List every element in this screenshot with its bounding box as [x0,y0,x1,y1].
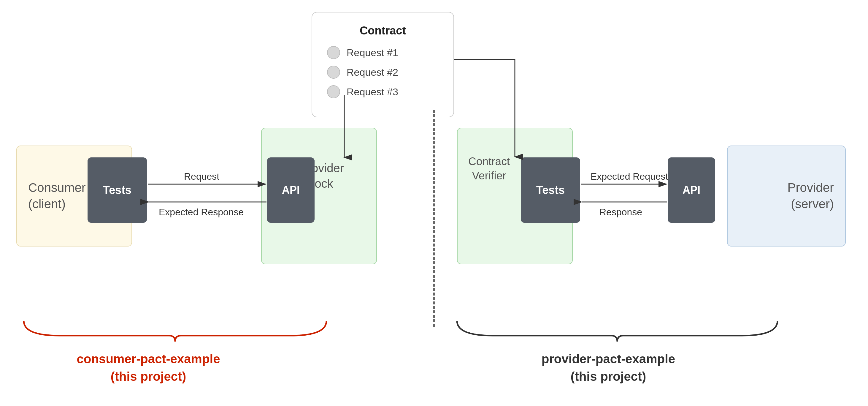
api-box-left: API [267,157,315,223]
contract-verifier-label: Contract Verifier [459,154,519,183]
provider-project-note: (this project) [504,368,712,385]
request-circle-1 [327,46,340,59]
provider-label: Provider (server) [727,146,846,246]
request-label-1: Request #1 [347,47,398,59]
provider-text-line2: (server) [791,196,834,212]
request-item-1: Request #1 [327,46,439,59]
request-item-3: Request #3 [327,85,439,98]
svg-text:Expected Response: Expected Response [159,207,244,218]
request-item-2: Request #2 [327,66,439,79]
dashed-divider [433,110,435,327]
contract-verifier-line2: Verifier [459,169,519,183]
consumer-text-line2: (client) [28,196,66,212]
contract-verifier-line1: Contract [459,154,519,169]
api-box-right: API [668,157,715,223]
consumer-project-name: consumer-pact-example [44,350,252,368]
provider-bracket-label: provider-pact-example (this project) [504,350,712,385]
contract-title: Contract [327,24,439,37]
consumer-project-note: (this project) [44,368,252,385]
provider-project-name: provider-pact-example [504,350,712,368]
request-circle-2 [327,66,340,79]
consumer-bracket-label: consumer-pact-example (this project) [44,350,252,385]
contract-box: Contract Request #1 Request #2 Request #… [312,12,454,117]
request-label-2: Request #2 [347,66,398,78]
request-circle-3 [327,85,340,98]
provider-text-line1: Provider [787,180,834,196]
consumer-text-line1: Consumer [28,180,86,196]
diagram: Contract Request #1 Request #2 Request #… [0,0,868,406]
svg-text:Expected Request: Expected Request [591,171,668,182]
svg-text:Response: Response [599,207,642,218]
request-label-3: Request #3 [347,86,398,98]
svg-text:Request: Request [184,171,219,182]
tests-box-left: Tests [88,157,147,223]
tests-box-right: Tests [521,157,580,223]
